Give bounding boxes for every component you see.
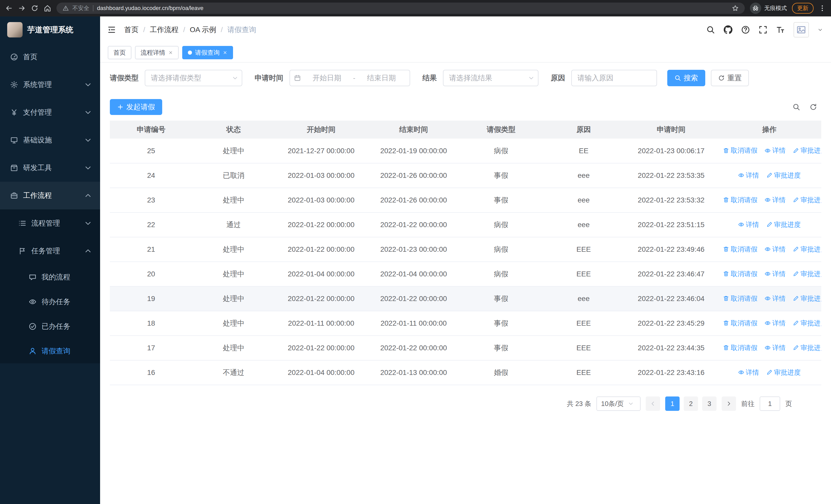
cancel-leave-link[interactable]: 取消请假 bbox=[723, 294, 757, 303]
page-3-button[interactable]: 3 bbox=[702, 396, 717, 411]
cancel-leave-link[interactable]: 取消请假 bbox=[723, 319, 757, 328]
goto-page-input[interactable] bbox=[760, 396, 780, 411]
delete-icon bbox=[723, 295, 729, 301]
detail-link[interactable]: 详情 bbox=[765, 245, 785, 254]
create-leave-button[interactable]: 发起请假 bbox=[110, 99, 162, 115]
cancel-leave-link[interactable]: 取消请假 bbox=[723, 245, 757, 254]
cell-applied: 2022-01-23 00:06:17 bbox=[625, 139, 717, 163]
view-icon bbox=[765, 197, 771, 203]
sidebar-item-devtools[interactable]: 研发工具 bbox=[0, 154, 100, 182]
search-icon[interactable] bbox=[706, 25, 715, 34]
tab-process-detail[interactable]: 流程详情 bbox=[135, 46, 179, 59]
avatar[interactable] bbox=[794, 22, 809, 37]
edit-icon bbox=[793, 148, 799, 154]
view-icon bbox=[765, 295, 771, 301]
close-tab-icon[interactable] bbox=[168, 50, 173, 55]
cancel-leave-link[interactable]: 取消请假 bbox=[723, 269, 757, 278]
detail-link[interactable]: 详情 bbox=[765, 319, 785, 328]
cell-status: 处理中 bbox=[193, 336, 275, 360]
search-button[interactable]: 搜索 bbox=[667, 70, 705, 86]
approval-progress-link[interactable]: 审批进度 bbox=[766, 220, 801, 229]
approval-progress-link[interactable]: 审批进度 bbox=[793, 245, 821, 254]
approval-progress-link[interactable]: 审批进度 bbox=[793, 343, 821, 352]
detail-link[interactable]: 详情 bbox=[738, 368, 759, 377]
cancel-leave-link[interactable]: 取消请假 bbox=[723, 196, 757, 205]
forward-icon[interactable] bbox=[18, 4, 26, 12]
sidebar-item-system-management[interactable]: 系统管理 bbox=[0, 71, 100, 98]
leave-type-select-input[interactable] bbox=[145, 70, 242, 86]
collapse-sidebar-icon[interactable] bbox=[107, 25, 116, 34]
result-select-input[interactable] bbox=[443, 70, 539, 86]
close-tab-icon[interactable] bbox=[223, 50, 227, 55]
url-text: dashboard.yudao.iocoder.cn/bpm/oa/leave bbox=[97, 5, 728, 11]
leave-type-select[interactable] bbox=[145, 70, 242, 86]
back-icon[interactable] bbox=[5, 4, 13, 12]
approval-progress-link[interactable]: 审批进度 bbox=[793, 319, 821, 328]
refresh-icon bbox=[718, 75, 725, 81]
prev-page-button[interactable] bbox=[646, 396, 660, 411]
detail-link[interactable]: 详情 bbox=[765, 196, 785, 205]
approval-progress-link[interactable]: 审批进度 bbox=[793, 146, 821, 155]
next-page-button[interactable] bbox=[722, 396, 736, 411]
home-icon[interactable] bbox=[44, 4, 51, 12]
update-button[interactable]: 更新 bbox=[792, 3, 813, 13]
approval-progress-link[interactable]: 审批进度 bbox=[766, 368, 801, 377]
edit-icon bbox=[793, 197, 799, 203]
end-date-input[interactable] bbox=[357, 74, 405, 82]
sidebar-item-leave-query[interactable]: 请假查询 bbox=[0, 339, 100, 363]
sidebar-item-home[interactable]: 首页 bbox=[0, 43, 100, 71]
topbar: 首页/工作流程/OA 示例/请假查询 bbox=[100, 17, 831, 43]
detail-link[interactable]: 详情 bbox=[765, 146, 785, 155]
detail-link[interactable]: 详情 bbox=[738, 220, 759, 229]
sidebar-item-process-management[interactable]: 流程管理 bbox=[0, 209, 100, 237]
sidebar-item-done-tasks[interactable]: 已办任务 bbox=[0, 314, 100, 339]
sidebar-item-payment-management[interactable]: 支付管理 bbox=[0, 98, 100, 126]
font-size-icon[interactable] bbox=[776, 25, 785, 34]
toggle-search-icon[interactable] bbox=[793, 103, 800, 111]
kebab-menu-icon[interactable] bbox=[819, 5, 826, 12]
cell-reason: eee bbox=[542, 163, 625, 188]
address-divider bbox=[93, 5, 93, 11]
approval-progress-link[interactable]: 审批进度 bbox=[766, 171, 801, 180]
app-logo-row[interactable]: 芋道管理系统 bbox=[0, 17, 100, 43]
fullscreen-icon[interactable] bbox=[758, 25, 767, 34]
sidebar-item-infrastructure[interactable]: 基础设施 bbox=[0, 126, 100, 154]
result-select[interactable] bbox=[443, 70, 539, 86]
chevron-down-icon[interactable] bbox=[818, 27, 823, 32]
help-icon[interactable] bbox=[741, 25, 750, 34]
reload-icon[interactable] bbox=[31, 4, 38, 12]
detail-link[interactable]: 详情 bbox=[765, 269, 785, 278]
sidebar-item-workflow[interactable]: 工作流程 bbox=[0, 182, 100, 209]
sidebar-item-task-management[interactable]: 任务管理 bbox=[0, 237, 100, 265]
sidebar-item-my-process[interactable]: 我的流程 bbox=[0, 265, 100, 290]
breadcrumb-item[interactable]: 首页 bbox=[124, 25, 139, 35]
bookmark-star-icon[interactable] bbox=[732, 5, 739, 11]
cell-end: 2022-01-22 00:00:00 bbox=[367, 212, 460, 237]
detail-link[interactable]: 详情 bbox=[738, 171, 759, 180]
cell-applied: 2022-01-22 23:49:46 bbox=[625, 237, 717, 262]
table-row: 18处理中2022-01-11 00:00:002022-01-11 00:00… bbox=[110, 311, 821, 336]
tab-leave-query[interactable]: 请假查询 bbox=[182, 46, 233, 59]
address-bar[interactable]: 不安全 dashboard.yudao.iocoder.cn/bpm/oa/le… bbox=[56, 3, 745, 14]
refresh-table-icon[interactable] bbox=[809, 103, 817, 111]
cancel-leave-link[interactable]: 取消请假 bbox=[723, 146, 757, 155]
cancel-leave-link[interactable]: 取消请假 bbox=[723, 343, 757, 352]
page-size-select[interactable]: 10条/页 bbox=[596, 396, 640, 411]
detail-link[interactable]: 详情 bbox=[765, 294, 785, 303]
page-2-button[interactable]: 2 bbox=[684, 396, 698, 411]
approval-progress-link[interactable]: 审批进度 bbox=[793, 294, 821, 303]
github-icon[interactable] bbox=[724, 25, 733, 34]
tab-home[interactable]: 首页 bbox=[108, 46, 132, 59]
breadcrumb-item[interactable]: 工作流程 bbox=[150, 25, 179, 35]
cell-type: 事假 bbox=[460, 311, 543, 336]
approval-progress-link[interactable]: 审批进度 bbox=[793, 196, 821, 205]
approval-progress-link[interactable]: 审批进度 bbox=[793, 269, 821, 278]
sidebar-item-todo-tasks[interactable]: 待办任务 bbox=[0, 290, 100, 314]
page-1-button[interactable]: 1 bbox=[665, 396, 680, 411]
detail-link[interactable]: 详情 bbox=[765, 343, 785, 352]
reason-input[interactable] bbox=[571, 70, 657, 86]
breadcrumb-item[interactable]: OA 示例 bbox=[190, 25, 216, 35]
start-date-input[interactable] bbox=[303, 74, 351, 82]
reset-button[interactable]: 重置 bbox=[711, 70, 749, 86]
apply-time-range-picker[interactable]: - bbox=[289, 70, 410, 86]
